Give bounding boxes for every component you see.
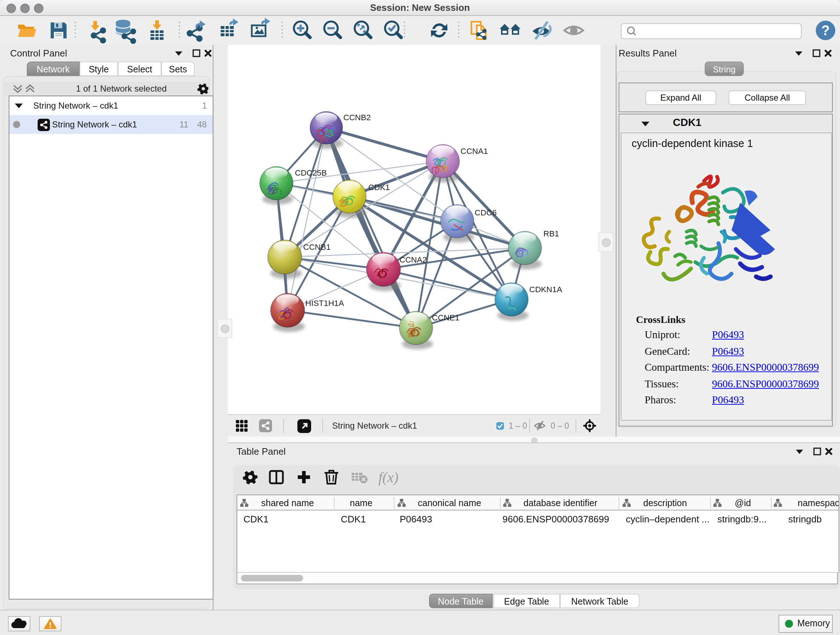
- svg-text:f(x): f(x): [378, 469, 399, 485]
- svg-text:description: description: [643, 497, 687, 508]
- svg-text:HIST1H1A: HIST1H1A: [305, 299, 344, 308]
- svg-text:CDC25B: CDC25B: [295, 168, 327, 177]
- svg-text:RB1: RB1: [543, 229, 559, 238]
- svg-text:String Network – cdk1: String Network – cdk1: [332, 421, 417, 431]
- svg-text:0 – 0: 0 – 0: [551, 421, 569, 431]
- svg-text:1 – 0: 1 – 0: [508, 421, 527, 431]
- svg-text:?: ?: [821, 23, 829, 38]
- svg-text:canonical name: canonical name: [417, 497, 481, 508]
- svg-text:CCNB2: CCNB2: [343, 113, 371, 122]
- svg-text:1 of 1 Network selected: 1 of 1 Network selected: [76, 84, 167, 93]
- svg-text:stringdb: stringdb: [788, 513, 821, 524]
- svg-text:stringdb:9...: stringdb:9...: [717, 513, 766, 524]
- svg-text:P06493: P06493: [399, 513, 432, 524]
- svg-text:cyclin–dependent ...: cyclin–dependent ...: [625, 513, 709, 524]
- svg-text:database identifier: database identifier: [523, 497, 597, 508]
- svg-text:namespace: namespace: [797, 497, 838, 508]
- svg-text:CCNE1: CCNE1: [432, 313, 459, 322]
- svg-text:@id: @id: [734, 497, 751, 508]
- svg-text:CDK1: CDK1: [340, 513, 365, 524]
- svg-text:CCNB1: CCNB1: [303, 242, 331, 252]
- svg-text:CCNA1: CCNA1: [461, 147, 488, 156]
- svg-text:CDK1: CDK1: [368, 183, 390, 192]
- svg-text:CCNA2: CCNA2: [399, 255, 427, 264]
- svg-text:CDK1: CDK1: [243, 513, 268, 524]
- svg-text:name: name: [349, 497, 372, 508]
- svg-text:CDKN1A: CDKN1A: [529, 285, 562, 294]
- svg-text:9606.ENSP00000378699: 9606.ENSP00000378699: [502, 513, 609, 524]
- svg-text:shared name: shared name: [261, 497, 314, 508]
- svg-text:CDC6: CDC6: [475, 208, 497, 217]
